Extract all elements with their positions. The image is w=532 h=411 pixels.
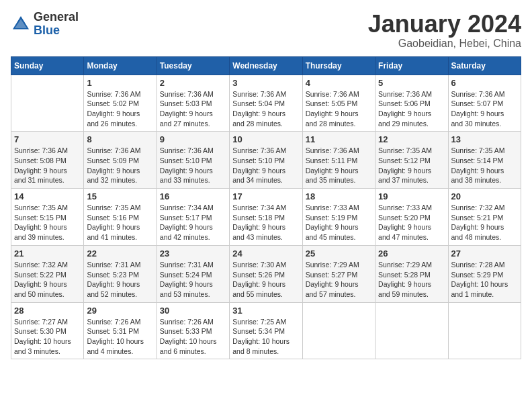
day-info: Sunrise: 7:36 AM Sunset: 5:02 PM Dayligh… — [87, 89, 153, 129]
calendar-cell: 5Sunrise: 7:36 AM Sunset: 5:06 PM Daylig… — [375, 75, 448, 132]
day-number: 9 — [160, 134, 226, 144]
day-number: 3 — [232, 78, 299, 88]
day-number: 20 — [451, 191, 518, 201]
day-number: 30 — [160, 306, 226, 316]
day-number: 1 — [87, 78, 153, 88]
weekday-header: Saturday — [448, 56, 521, 75]
calendar-cell: 6Sunrise: 7:36 AM Sunset: 5:07 PM Daylig… — [448, 75, 521, 132]
day-number: 13 — [451, 134, 518, 144]
calendar-cell: 10Sunrise: 7:36 AM Sunset: 5:10 PM Dayli… — [230, 132, 302, 189]
day-info: Sunrise: 7:36 AM Sunset: 5:03 PM Dayligh… — [160, 89, 226, 129]
calendar-cell: 29Sunrise: 7:26 AM Sunset: 5:31 PM Dayli… — [84, 302, 157, 359]
calendar-cell: 8Sunrise: 7:36 AM Sunset: 5:09 PM Daylig… — [84, 132, 157, 189]
calendar-week-row: 28Sunrise: 7:27 AM Sunset: 5:30 PM Dayli… — [11, 302, 521, 359]
day-number: 28 — [14, 306, 81, 316]
calendar-cell: 12Sunrise: 7:35 AM Sunset: 5:12 PM Dayli… — [375, 132, 448, 189]
weekday-header: Sunday — [11, 56, 84, 75]
calendar-cell: 26Sunrise: 7:29 AM Sunset: 5:28 PM Dayli… — [375, 245, 448, 302]
day-info: Sunrise: 7:36 AM Sunset: 5:10 PM Dayligh… — [232, 146, 299, 185]
day-number: 31 — [232, 306, 299, 316]
day-number: 18 — [306, 191, 372, 201]
weekday-header: Wednesday — [230, 56, 302, 75]
calendar-cell: 1Sunrise: 7:36 AM Sunset: 5:02 PM Daylig… — [84, 75, 157, 132]
day-number: 16 — [160, 191, 226, 201]
page-header: General Blue January 2024 Gaobeidian, He… — [11, 11, 521, 50]
weekday-header: Monday — [84, 56, 157, 75]
calendar-cell: 21Sunrise: 7:32 AM Sunset: 5:22 PM Dayli… — [11, 245, 84, 302]
day-number: 6 — [451, 78, 518, 88]
calendar-cell: 9Sunrise: 7:36 AM Sunset: 5:10 PM Daylig… — [157, 132, 229, 189]
calendar-cell — [302, 302, 375, 359]
day-info: Sunrise: 7:36 AM Sunset: 5:04 PM Dayligh… — [232, 89, 299, 129]
day-info: Sunrise: 7:36 AM Sunset: 5:07 PM Dayligh… — [451, 89, 518, 129]
calendar-header: SundayMondayTuesdayWednesdayThursdayFrid… — [11, 56, 521, 75]
day-info: Sunrise: 7:35 AM Sunset: 5:12 PM Dayligh… — [378, 146, 445, 185]
calendar-cell: 13Sunrise: 7:35 AM Sunset: 5:14 PM Dayli… — [448, 132, 521, 189]
day-info: Sunrise: 7:36 AM Sunset: 5:05 PM Dayligh… — [306, 89, 372, 129]
calendar-cell: 30Sunrise: 7:26 AM Sunset: 5:33 PM Dayli… — [157, 302, 229, 359]
day-info: Sunrise: 7:29 AM Sunset: 5:28 PM Dayligh… — [378, 260, 445, 300]
calendar-cell: 14Sunrise: 7:35 AM Sunset: 5:15 PM Dayli… — [11, 189, 84, 246]
day-info: Sunrise: 7:36 AM Sunset: 5:10 PM Dayligh… — [160, 146, 226, 185]
calendar-cell — [375, 302, 448, 359]
day-number: 7 — [14, 134, 81, 144]
day-info: Sunrise: 7:31 AM Sunset: 5:24 PM Dayligh… — [160, 260, 226, 300]
day-number: 22 — [87, 248, 153, 259]
day-info: Sunrise: 7:31 AM Sunset: 5:23 PM Dayligh… — [87, 260, 153, 300]
day-number: 24 — [232, 248, 299, 259]
location-title: Gaobeidian, Hebei, China — [368, 38, 521, 50]
calendar-cell: 11Sunrise: 7:36 AM Sunset: 5:11 PM Dayli… — [302, 132, 375, 189]
day-info: Sunrise: 7:35 AM Sunset: 5:16 PM Dayligh… — [87, 203, 153, 242]
calendar-week-row: 21Sunrise: 7:32 AM Sunset: 5:22 PM Dayli… — [11, 245, 521, 302]
calendar-cell: 16Sunrise: 7:34 AM Sunset: 5:17 PM Dayli… — [157, 189, 229, 246]
day-info: Sunrise: 7:36 AM Sunset: 5:09 PM Dayligh… — [87, 146, 153, 185]
day-info: Sunrise: 7:35 AM Sunset: 5:14 PM Dayligh… — [451, 146, 518, 185]
logo-blue-text: Blue — [34, 24, 79, 38]
calendar-cell: 2Sunrise: 7:36 AM Sunset: 5:03 PM Daylig… — [157, 75, 229, 132]
day-info: Sunrise: 7:32 AM Sunset: 5:22 PM Dayligh… — [14, 260, 81, 300]
logo: General Blue — [11, 11, 79, 38]
day-info: Sunrise: 7:29 AM Sunset: 5:27 PM Dayligh… — [306, 260, 372, 300]
day-number: 19 — [378, 191, 445, 201]
day-info: Sunrise: 7:27 AM Sunset: 5:30 PM Dayligh… — [14, 317, 81, 357]
day-info: Sunrise: 7:33 AM Sunset: 5:20 PM Dayligh… — [378, 203, 445, 242]
calendar-cell: 18Sunrise: 7:33 AM Sunset: 5:19 PM Dayli… — [302, 189, 375, 246]
day-info: Sunrise: 7:36 AM Sunset: 5:06 PM Dayligh… — [378, 89, 445, 129]
logo-icon — [11, 14, 31, 34]
calendar-cell: 23Sunrise: 7:31 AM Sunset: 5:24 PM Dayli… — [157, 245, 229, 302]
day-number: 14 — [14, 191, 81, 201]
weekday-header: Tuesday — [157, 56, 229, 75]
day-number: 12 — [378, 134, 445, 144]
day-info: Sunrise: 7:28 AM Sunset: 5:29 PM Dayligh… — [451, 260, 518, 300]
day-number: 25 — [306, 248, 372, 259]
calendar-cell: 27Sunrise: 7:28 AM Sunset: 5:29 PM Dayli… — [448, 245, 521, 302]
logo-general-text: General — [34, 11, 79, 24]
calendar-cell: 7Sunrise: 7:36 AM Sunset: 5:08 PM Daylig… — [11, 132, 84, 189]
day-number: 27 — [451, 248, 518, 259]
calendar-cell: 24Sunrise: 7:30 AM Sunset: 5:26 PM Dayli… — [230, 245, 302, 302]
calendar-cell: 28Sunrise: 7:27 AM Sunset: 5:30 PM Dayli… — [11, 302, 84, 359]
day-number: 4 — [306, 78, 372, 88]
calendar-cell — [11, 75, 84, 132]
day-number: 26 — [378, 248, 445, 259]
calendar-cell: 17Sunrise: 7:34 AM Sunset: 5:18 PM Dayli… — [230, 189, 302, 246]
calendar-table: SundayMondayTuesdayWednesdayThursdayFrid… — [11, 56, 521, 360]
day-info: Sunrise: 7:33 AM Sunset: 5:19 PM Dayligh… — [306, 203, 372, 242]
calendar-week-row: 1Sunrise: 7:36 AM Sunset: 5:02 PM Daylig… — [11, 75, 521, 132]
calendar-week-row: 7Sunrise: 7:36 AM Sunset: 5:08 PM Daylig… — [11, 132, 521, 189]
title-block: January 2024 Gaobeidian, Hebei, China — [368, 11, 521, 50]
calendar-cell — [448, 302, 521, 359]
day-info: Sunrise: 7:34 AM Sunset: 5:17 PM Dayligh… — [160, 203, 226, 242]
calendar-cell: 15Sunrise: 7:35 AM Sunset: 5:16 PM Dayli… — [84, 189, 157, 246]
day-number: 17 — [232, 191, 299, 201]
day-number: 29 — [87, 306, 153, 316]
day-number: 11 — [306, 134, 372, 144]
calendar-cell: 22Sunrise: 7:31 AM Sunset: 5:23 PM Dayli… — [84, 245, 157, 302]
day-number: 15 — [87, 191, 153, 201]
calendar-cell: 19Sunrise: 7:33 AM Sunset: 5:20 PM Dayli… — [375, 189, 448, 246]
day-number: 8 — [87, 134, 153, 144]
calendar-cell: 31Sunrise: 7:25 AM Sunset: 5:34 PM Dayli… — [230, 302, 302, 359]
month-title: January 2024 — [368, 11, 521, 38]
calendar-cell: 20Sunrise: 7:32 AM Sunset: 5:21 PM Dayli… — [448, 189, 521, 246]
day-info: Sunrise: 7:34 AM Sunset: 5:18 PM Dayligh… — [232, 203, 299, 242]
